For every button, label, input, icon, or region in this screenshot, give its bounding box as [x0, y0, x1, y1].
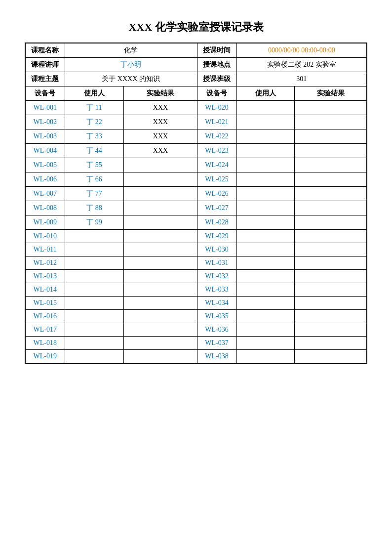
- right-result: [295, 101, 367, 115]
- left-user: 丁 33: [65, 129, 124, 144]
- course-name-value: 化学: [65, 43, 197, 58]
- left-device-id: WL-015: [25, 297, 65, 310]
- right-result: [295, 323, 367, 337]
- left-result: [124, 256, 197, 270]
- location-value: 实验楼二楼 202 实验室: [236, 58, 367, 72]
- left-user: [65, 270, 124, 283]
- right-device-id: WL-026: [197, 187, 236, 201]
- right-device-id: WL-023: [197, 144, 236, 158]
- right-device-id: WL-034: [197, 297, 236, 310]
- left-device-id: WL-003: [25, 129, 65, 144]
- left-user: [65, 243, 124, 256]
- right-device-id: WL-038: [197, 350, 236, 364]
- left-device-id: WL-008: [25, 201, 65, 215]
- left-user: 丁 44: [65, 144, 124, 158]
- right-device-id: WL-031: [197, 256, 236, 270]
- left-user: [65, 337, 124, 350]
- table-row: WL-009丁 99WL-028: [25, 215, 367, 230]
- right-device-id: WL-032: [197, 270, 236, 283]
- left-device-id: WL-011: [25, 243, 65, 256]
- right-device-id: WL-037: [197, 337, 236, 350]
- right-device-id: WL-028: [197, 215, 236, 230]
- right-result: [295, 270, 367, 283]
- right-user: [236, 270, 294, 283]
- right-device-id: WL-033: [197, 283, 236, 297]
- right-result: [295, 115, 367, 129]
- left-result: [124, 310, 197, 323]
- class-label: 授课班级: [197, 72, 236, 86]
- right-device-id: WL-027: [197, 201, 236, 215]
- right-user: [236, 215, 294, 230]
- right-user: [236, 230, 294, 243]
- right-result: [295, 201, 367, 215]
- left-result: XXX: [124, 129, 197, 144]
- right-user: [236, 172, 294, 187]
- left-result: XXX: [124, 144, 197, 158]
- left-user: [65, 323, 124, 337]
- table-row: WL-014WL-033: [25, 283, 367, 297]
- left-device-id: WL-019: [25, 350, 65, 364]
- teaching-time-value: 0000/00/00 00:00-00:00: [236, 43, 367, 58]
- right-result: [295, 297, 367, 310]
- right-result: [295, 283, 367, 297]
- left-result: [124, 158, 197, 172]
- page-title: XXX 化学实验室授课记录表: [25, 20, 367, 35]
- info-row-course: 课程名称 化学 授课时间 0000/00/00 00:00-00:00: [25, 43, 367, 58]
- right-device-id: WL-025: [197, 172, 236, 187]
- left-result: [124, 323, 197, 337]
- left-device-id: WL-018: [25, 337, 65, 350]
- left-result: [124, 230, 197, 243]
- table-row: WL-005丁 55WL-024: [25, 158, 367, 172]
- table-row: WL-006丁 66WL-025: [25, 172, 367, 187]
- header-user-left: 使用人: [65, 86, 124, 101]
- column-headers: 设备号 使用人 实验结果 设备号 使用人 实验结果: [25, 86, 367, 101]
- left-user: 丁 55: [65, 158, 124, 172]
- table-row: WL-012WL-031: [25, 256, 367, 270]
- right-user: [236, 350, 294, 364]
- left-device-id: WL-014: [25, 283, 65, 297]
- right-result: [295, 129, 367, 144]
- table-row: WL-008丁 88WL-027: [25, 201, 367, 215]
- right-result: [295, 187, 367, 201]
- left-device-id: WL-002: [25, 115, 65, 129]
- right-user: [236, 337, 294, 350]
- right-user: [236, 297, 294, 310]
- right-user: [236, 201, 294, 215]
- left-device-id: WL-005: [25, 158, 65, 172]
- right-device-id: WL-029: [197, 230, 236, 243]
- right-user: [236, 115, 294, 129]
- left-result: [124, 270, 197, 283]
- left-user: 丁 77: [65, 187, 124, 201]
- table-row: WL-002丁 22XXXWL-021: [25, 115, 367, 129]
- table-row: WL-017WL-036: [25, 323, 367, 337]
- right-result: [295, 144, 367, 158]
- left-device-id: WL-007: [25, 187, 65, 201]
- table-row: WL-018WL-037: [25, 337, 367, 350]
- right-result: [295, 230, 367, 243]
- right-user: [236, 323, 294, 337]
- right-user: [236, 187, 294, 201]
- left-user: [65, 350, 124, 364]
- header-user-right: 使用人: [236, 86, 294, 101]
- topic-value: 关于 XXXX 的知识: [65, 72, 197, 86]
- left-device-id: WL-001: [25, 101, 65, 115]
- left-result: XXX: [124, 101, 197, 115]
- header-result-right: 实验结果: [295, 86, 367, 101]
- left-user: [65, 283, 124, 297]
- right-user: [236, 101, 294, 115]
- table-row: WL-016WL-035: [25, 310, 367, 323]
- left-device-id: WL-017: [25, 323, 65, 337]
- table-row: WL-007丁 77WL-026: [25, 187, 367, 201]
- left-device-id: WL-016: [25, 310, 65, 323]
- left-device-id: WL-006: [25, 172, 65, 187]
- left-result: [124, 350, 197, 364]
- right-result: [295, 310, 367, 323]
- teacher-label: 课程讲师: [25, 58, 65, 72]
- right-user: [236, 129, 294, 144]
- right-result: [295, 256, 367, 270]
- teacher-value: 丁小明: [65, 58, 197, 72]
- right-device-id: WL-020: [197, 101, 236, 115]
- info-row-topic: 课程主题 关于 XXXX 的知识 授课班级 301: [25, 72, 367, 86]
- main-table: 课程名称 化学 授课时间 0000/00/00 00:00-00:00 课程讲师…: [25, 43, 367, 364]
- left-device-id: WL-010: [25, 230, 65, 243]
